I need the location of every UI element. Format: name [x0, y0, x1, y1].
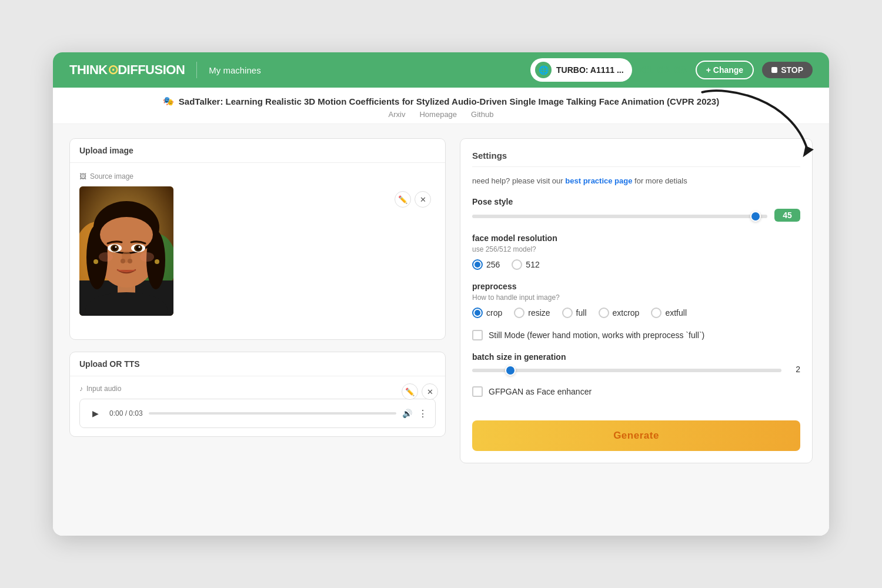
preprocess-full-option[interactable]: full — [562, 308, 587, 318]
preprocess-extfull-option[interactable]: extfull — [651, 308, 687, 318]
audio-player: ▶ 0:00 / 0:03 🔊 ⋮ — [79, 399, 436, 428]
face-model-512-option[interactable]: 512 — [512, 259, 539, 270]
change-button[interactable]: + Change — [696, 61, 754, 79]
settings-header: Settings — [472, 151, 800, 167]
face-model-512-radio[interactable] — [512, 259, 522, 270]
preprocess-crop-radio[interactable] — [472, 308, 483, 318]
machine-icon: 🌐 — [535, 62, 552, 78]
batch-size-setting: batch size in generation 2 — [472, 352, 800, 375]
face-model-setting: face model resolution use 256/512 model?… — [472, 233, 800, 270]
main-window: THINK⊙DIFFUSION My machines 🌐 TURBO: A11… — [53, 52, 829, 536]
batch-size-row: 2 — [472, 364, 800, 375]
svg-point-24 — [140, 252, 154, 262]
svg-point-25 — [93, 259, 98, 264]
gfpgan-option[interactable]: GFPGAN as Face enhancer — [472, 386, 800, 397]
generate-button[interactable]: Generate — [472, 420, 800, 451]
machine-badge: 🌐 TURBO: A1111 ... — [530, 58, 632, 82]
logo-area: THINK⊙DIFFUSION — [69, 62, 185, 78]
homepage-link[interactable]: Homepage — [419, 110, 457, 119]
still-mode-option[interactable]: Still Mode (fewer hand motion, works wit… — [472, 330, 800, 340]
edit-image-button[interactable]: ✏️ — [395, 191, 411, 208]
gfpgan-setting: GFPGAN as Face enhancer — [472, 386, 800, 397]
pose-style-slider-container: 45 — [472, 209, 800, 222]
face-model-256-radio[interactable] — [472, 259, 483, 270]
batch-size-slider[interactable] — [472, 369, 781, 372]
preprocess-radio-group: crop resize full extcrop — [472, 308, 800, 318]
svg-point-18 — [115, 246, 117, 248]
image-icon: 🖼 — [79, 172, 86, 181]
navbar: THINK⊙DIFFUSION My machines 🌐 TURBO: A11… — [53, 52, 829, 88]
svg-point-21 — [121, 259, 125, 263]
pose-style-value: 45 — [774, 209, 800, 222]
batch-size-slider-wrapper — [472, 364, 781, 375]
preprocess-crop-option[interactable]: crop — [472, 308, 502, 318]
preprocess-crop-dot — [475, 310, 480, 316]
audio-label: ♪ Input audio — [79, 385, 436, 393]
upload-audio-panel: Upload OR TTS ♪ Input audio ✏️ ✕ ▶ 0:00 … — [69, 352, 446, 437]
svg-point-22 — [128, 259, 132, 263]
audio-time: 0:00 / 0:03 — [109, 409, 143, 417]
svg-point-26 — [155, 259, 159, 264]
left-panel: Upload image 🖼 Source image — [69, 138, 446, 522]
pose-style-label: Pose style — [472, 197, 800, 206]
arxiv-link[interactable]: Arxiv — [389, 110, 406, 119]
audio-more-button[interactable]: ⋮ — [418, 408, 428, 419]
edit-audio-button[interactable]: ✏️ — [402, 383, 418, 400]
face-model-radio-group: 256 512 — [472, 259, 800, 270]
face-model-label: face model resolution — [472, 233, 800, 243]
face-model-256-dot — [475, 262, 480, 268]
batch-size-value: 2 — [789, 365, 800, 374]
my-machines-link[interactable]: My machines — [209, 65, 260, 75]
still-mode-checkbox[interactable] — [472, 330, 483, 340]
svg-point-23 — [99, 252, 113, 262]
right-panel: Settings need help? please visit our bes… — [446, 138, 813, 522]
pose-style-slider-wrapper — [472, 210, 767, 220]
face-model-256-option[interactable]: 256 — [472, 259, 500, 270]
svg-marker-27 — [803, 146, 814, 158]
still-mode-setting: Still Mode (fewer hand motion, works wit… — [472, 330, 800, 340]
preprocess-full-radio[interactable] — [562, 308, 573, 318]
page-links: Arxiv Homepage Github — [69, 110, 813, 119]
logo: THINK⊙DIFFUSION — [69, 62, 185, 78]
image-upload-area[interactable]: 🖼 Source image — [70, 163, 445, 339]
image-actions: ✏️ ✕ — [395, 191, 431, 208]
volume-button[interactable]: 🔊 — [402, 409, 412, 418]
audio-edit-actions: ✏️ ✕ — [402, 383, 438, 400]
pose-style-slider[interactable] — [472, 215, 767, 218]
face-image — [79, 186, 173, 316]
remove-image-button[interactable]: ✕ — [415, 191, 431, 208]
svg-point-19 — [139, 246, 141, 248]
pose-style-setting: Pose style 45 — [472, 197, 800, 222]
preprocess-extcrop-radio[interactable] — [599, 308, 609, 318]
preprocess-extfull-radio[interactable] — [651, 308, 662, 318]
gfpgan-checkbox[interactable] — [472, 386, 483, 397]
preprocess-resize-option[interactable]: resize — [514, 308, 550, 318]
session-timer: 01:03:08 — [640, 64, 687, 76]
audio-icon: ♪ — [79, 385, 83, 393]
face-model-sublabel: use 256/512 model? — [472, 245, 800, 253]
svg-point-11 — [100, 217, 153, 252]
upload-audio-header: Upload OR TTS — [70, 352, 445, 376]
audio-progress-bar[interactable] — [149, 412, 396, 415]
upload-image-title: Upload image — [79, 146, 133, 155]
preprocess-setting: preprocess How to handle input image? cr… — [472, 282, 800, 318]
remove-audio-button[interactable]: ✕ — [422, 383, 438, 400]
preprocess-resize-radio[interactable] — [514, 308, 524, 318]
stop-button[interactable]: STOP — [762, 62, 813, 78]
settings-panel: Settings need help? please visit our bes… — [460, 138, 813, 463]
page-title: 🎭 SadTalker: Learning Realistic 3D Motio… — [69, 96, 813, 106]
help-link[interactable]: best practice page — [565, 176, 632, 185]
preprocess-extcrop-option[interactable]: extcrop — [599, 308, 640, 318]
github-link[interactable]: Github — [471, 110, 493, 119]
upload-image-panel: Upload image 🖼 Source image — [69, 138, 446, 340]
preprocess-label: preprocess — [472, 282, 800, 291]
batch-size-label: batch size in generation — [472, 352, 800, 362]
nav-divider — [196, 62, 197, 78]
play-button[interactable]: ▶ — [87, 405, 103, 422]
main-content: Upload image 🖼 Source image — [53, 124, 829, 536]
stop-icon — [771, 67, 777, 73]
audio-area: ♪ Input audio ✏️ ✕ ▶ 0:00 / 0:03 🔊 — [70, 376, 445, 436]
uploaded-image-container: ✏️ ✕ — [79, 186, 436, 316]
navbar-right: 🌐 TURBO: A1111 ... 01:03:08 + Change STO… — [530, 58, 813, 82]
source-image-label: 🖼 Source image — [79, 172, 436, 181]
